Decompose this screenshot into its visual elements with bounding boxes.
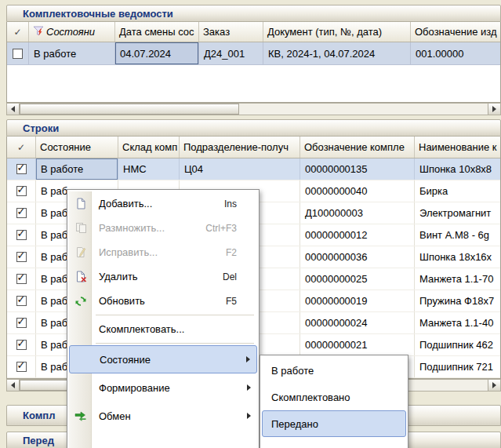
exchange-icon bbox=[69, 410, 93, 422]
row-checkbox[interactable] bbox=[16, 186, 27, 196]
submenu-arrow-icon bbox=[247, 384, 251, 391]
horizontal-scrollbar[interactable] bbox=[6, 103, 501, 115]
edit-document-icon bbox=[69, 246, 93, 258]
column-header-name[interactable]: Наименование к bbox=[415, 137, 500, 158]
menu-shortcut: Ctrl+F3 bbox=[205, 223, 252, 234]
cell-name: Шпонка 18х16х bbox=[415, 246, 500, 268]
column-header-warehouse[interactable]: Склад комп bbox=[118, 137, 180, 158]
menu-shortcut: Del bbox=[223, 271, 252, 282]
row-check-cell bbox=[7, 356, 36, 377]
row-checkbox[interactable] bbox=[16, 296, 27, 306]
row-check-cell bbox=[7, 290, 36, 311]
row-check-cell bbox=[7, 180, 36, 202]
panel-title: Комплектовочные ведомости bbox=[23, 8, 173, 20]
column-header-check[interactable] bbox=[7, 22, 29, 42]
cell-state: В работе bbox=[36, 158, 118, 180]
row-checkbox[interactable] bbox=[16, 274, 27, 284]
menu-item-delete[interactable]: Удалить Del bbox=[69, 264, 257, 289]
scroll-left-button[interactable] bbox=[7, 380, 20, 391]
menu-item-label: Скомплектовать... bbox=[93, 323, 184, 335]
menu-separator bbox=[96, 315, 254, 315]
column-header-department[interactable]: Подразделение-получ bbox=[180, 137, 300, 158]
cell-name: Манжета 1.1-70 bbox=[415, 268, 500, 290]
menu-item-label: Добавить... bbox=[93, 198, 152, 209]
column-header-date[interactable]: Дата смены сос bbox=[115, 22, 199, 42]
cell-name: Бирка bbox=[415, 180, 500, 202]
menu-shortcut: F5 bbox=[226, 296, 252, 307]
menu-item-duplicate: Размножить... Ctrl+F3 bbox=[69, 216, 257, 240]
cell-code: 00000000025 bbox=[300, 268, 415, 290]
add-document-icon bbox=[69, 198, 93, 209]
scroll-right-button[interactable] bbox=[488, 380, 500, 391]
column-header-state[interactable]: Состояни bbox=[29, 22, 115, 42]
cell-code: 00000000021 bbox=[300, 334, 415, 355]
menu-item-complete[interactable]: Скомплектовать... bbox=[69, 317, 257, 341]
refresh-icon bbox=[69, 295, 93, 308]
filter-lightning-icon bbox=[33, 26, 44, 38]
arrow-left-icon bbox=[11, 106, 15, 112]
menu-item-formation[interactable]: Формирование bbox=[69, 373, 257, 402]
cell-code: 00000000024 bbox=[300, 312, 415, 333]
row-check-cell bbox=[7, 42, 29, 64]
cell-code: 00000000012 bbox=[300, 224, 415, 246]
submenu-arrow-icon bbox=[247, 413, 251, 419]
scrollbar-thumb[interactable] bbox=[20, 104, 239, 115]
column-header-code[interactable]: Обозначение компле bbox=[300, 137, 415, 158]
panel-title: Компл bbox=[23, 410, 55, 421]
submenu-arrow-icon bbox=[246, 356, 250, 362]
column-header-label: Дата смены сос bbox=[119, 26, 194, 38]
row-checkbox[interactable] bbox=[16, 318, 27, 328]
column-header-label: Склад комп bbox=[122, 141, 177, 153]
check-icon bbox=[13, 26, 21, 38]
row-checkbox[interactable] bbox=[16, 164, 27, 174]
scroll-right-button[interactable] bbox=[488, 104, 500, 115]
arrow-right-icon bbox=[492, 382, 496, 388]
cell-order: Д24_001 bbox=[199, 42, 263, 64]
cell-name: Электромагнит bbox=[415, 202, 500, 224]
row-checkbox[interactable] bbox=[13, 49, 23, 59]
row-check-cell bbox=[7, 158, 36, 180]
table-row[interactable]: В работеНМСЦ0400000000135Шпонка 10х8х8 bbox=[7, 158, 500, 180]
menu-item-label: Обмен bbox=[93, 410, 131, 422]
context-menu: Добавить... Ins Размножить... Ctrl+F3 Ис… bbox=[67, 189, 260, 448]
scroll-left-button[interactable] bbox=[7, 104, 20, 115]
menu-item-add[interactable]: Добавить... Ins bbox=[69, 191, 257, 216]
row-checkbox[interactable] bbox=[16, 252, 27, 262]
row-checkbox[interactable] bbox=[16, 362, 27, 372]
cell-code: 00000000019 bbox=[300, 290, 415, 311]
menu-item-exchange[interactable]: Обмен bbox=[69, 402, 257, 430]
column-header-label: Состояни bbox=[46, 26, 95, 38]
submenu-item-transferred[interactable]: Передано bbox=[262, 410, 406, 437]
column-header-document[interactable]: Документ (тип, №, дата) bbox=[263, 22, 411, 42]
duplicate-document-icon bbox=[69, 222, 93, 234]
submenu-item-in-progress[interactable]: В работе bbox=[262, 357, 406, 384]
menu-item-label: Обновить bbox=[93, 295, 145, 307]
arrow-left-icon bbox=[11, 382, 15, 388]
cell-name: Подшипник 721 bbox=[415, 356, 500, 377]
cell-document: КВ, 2024-1, 04.07.2024 bbox=[263, 42, 411, 64]
menu-item-state[interactable]: Состояние bbox=[69, 345, 257, 373]
menu-separator bbox=[96, 343, 254, 344]
menu-shortcut: Ins bbox=[224, 199, 252, 209]
row-checkbox[interactable] bbox=[16, 340, 27, 350]
menu-item-refresh[interactable]: Обновить F5 bbox=[69, 289, 257, 313]
picking-lists-grid: Состояни Дата смены сос Заказ Документ (… bbox=[6, 22, 501, 103]
column-header-label: Наименование к bbox=[419, 141, 496, 153]
panel-picking-lists: Комплектовочные ведомости Состояни Дата … bbox=[6, 5, 501, 115]
column-header-state[interactable]: Состояние bbox=[36, 137, 118, 158]
panel-header-picking-lists[interactable]: Комплектовочные ведомости bbox=[6, 5, 501, 22]
cell-name: Подшипник 462 bbox=[415, 334, 500, 355]
submenu-item-completed[interactable]: Скомплектовано bbox=[262, 384, 406, 410]
row-check-cell bbox=[7, 268, 36, 290]
column-header-order[interactable]: Заказ bbox=[199, 22, 263, 42]
panel-header-lines[interactable]: Строки bbox=[6, 119, 501, 137]
menu-shortcut: F2 bbox=[226, 247, 252, 258]
cell-code: Д100000003 bbox=[300, 202, 415, 224]
menu-item-label: Формирование bbox=[93, 382, 170, 394]
menu-item-label: Исправить... bbox=[93, 246, 158, 258]
column-header-check[interactable] bbox=[7, 137, 36, 158]
column-header-designation[interactable]: Обозначение изд bbox=[411, 22, 500, 42]
row-checkbox[interactable] bbox=[16, 230, 27, 240]
row-checkbox[interactable] bbox=[16, 208, 27, 218]
table-row[interactable]: В работе 04.07.2024 Д24_001 КВ, 2024-1, … bbox=[7, 42, 500, 65]
